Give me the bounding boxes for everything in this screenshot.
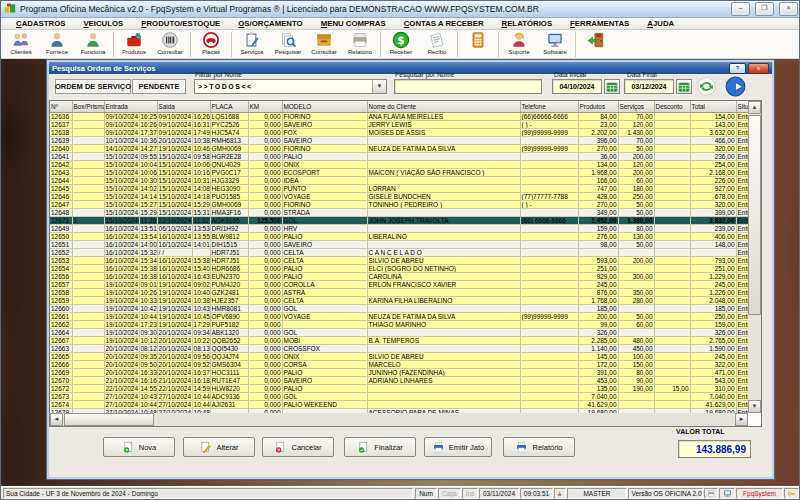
- table-row[interactable]: 1265416/10/202415:3816/10/202415:40HDR66…: [50, 264, 748, 272]
- finalizar-button[interactable]: Finalizar: [344, 437, 416, 457]
- horizontal-scrollbar[interactable]: ◄ ►: [50, 413, 748, 426]
- column-header-placa[interactable]: PLACA: [210, 101, 248, 112]
- menu-cadastros[interactable]: CADASTROS: [7, 19, 74, 28]
- table-row[interactable]: 1265316/10/202415:3416/10/202415:38HDR7J…: [50, 256, 748, 264]
- restore-button[interactable]: ❐: [755, 2, 774, 16]
- toolbar-clientes[interactable]: Clientes: [3, 31, 39, 58]
- table-row[interactable]: 1265216/10/202415:32/ /HDR7J510,000CELTA…: [50, 248, 748, 256]
- column-header-telefone[interactable]: Telefone: [520, 101, 578, 112]
- table-row[interactable]: 1263910/10/202410:3620/10/202410:38RMH68…: [50, 136, 748, 144]
- column-header-n[interactable]: Nº: [50, 101, 72, 112]
- date-end-calendar-button[interactable]: [676, 79, 692, 94]
- menu-relatorios[interactable]: RELATÓRIOS: [493, 19, 562, 28]
- cancelar-button[interactable]: Cancelar: [262, 437, 334, 457]
- table-row[interactable]: 1265016/10/202413:5416/10/202413:55BLW98…: [50, 232, 748, 240]
- table-row[interactable]: 1265919/10/202410:3319/10/202410:38HJE23…: [50, 296, 748, 304]
- emitir-jato-button[interactable]: Emitir Jato: [424, 437, 492, 457]
- column-header-servicos[interactable]: Serviços: [618, 101, 654, 112]
- close-button[interactable]: ×: [779, 2, 798, 16]
- column-header-total[interactable]: Total: [690, 101, 736, 112]
- table-row[interactable]: 1263809/10/202417:3709/10/202417:49HJC5A…: [50, 128, 748, 136]
- menu-produto-estoque[interactable]: PRODUTO/ESTOQUE: [132, 19, 229, 28]
- column-header-box-prisma[interactable]: Box/Prisma: [72, 101, 104, 112]
- table-row[interactable]: 1264815/10/202415:2915/10/202415:31HMA3F…: [50, 208, 748, 216]
- column-header-nome-do-cliente[interactable]: Nome do Cliente: [367, 101, 520, 112]
- child-close-button[interactable]: x: [748, 63, 769, 74]
- table-row[interactable]: 1266119/10/202410:4419/10/202410:45OPV68…: [50, 312, 748, 320]
- minimize-button[interactable]: –: [731, 2, 750, 16]
- date-start-calendar-button[interactable]: [604, 79, 620, 94]
- column-header-situacao-atual[interactable]: Situação Atual ->: [736, 101, 748, 112]
- menu-menu-compras[interactable]: MENU COMPRAS: [312, 19, 395, 28]
- table-row[interactable]: 1265116/10/202414:0016/10/202414:01DIH15…: [50, 240, 748, 248]
- table-row[interactable]: 1264515/10/202414:0215/10/202414:08HEG30…: [50, 184, 748, 192]
- toolbar-calculator-icon[interactable]: [460, 31, 496, 58]
- orders-grid[interactable]: NºBox/PrismaEntradaSaidaPLACAKMMODELONom…: [49, 100, 762, 427]
- toolbar-suporte[interactable]: Suporte: [501, 31, 537, 58]
- table-row[interactable]: 1264916/10/202413:5106/10/202413:53DRI1H…: [50, 224, 748, 232]
- toolbar-receber[interactable]: $Receber: [383, 31, 419, 58]
- scroll-down-icon[interactable]: ▼: [748, 400, 761, 413]
- toolbar-consultar[interactable]: Consultar: [306, 31, 342, 58]
- menu-ajuda[interactable]: AJUDA: [638, 19, 683, 28]
- table-row-selected[interactable]: 12671115/10/202411:2622/10/202411:32AGK9…: [50, 216, 748, 224]
- horizontal-scroll-thumb[interactable]: [64, 413, 154, 426]
- column-header-desconto[interactable]: Desconto: [654, 101, 690, 112]
- table-row[interactable]: 1266719/10/202410:1220/10/202410:22QQB26…: [50, 336, 748, 344]
- vertical-scroll-thumb[interactable]: [748, 115, 761, 315]
- filter-by-name-select[interactable]: >>TODOS<< ▼: [194, 79, 387, 94]
- vertical-scrollbar[interactable]: ▲ ▼: [748, 101, 761, 413]
- search-by-name-input[interactable]: [394, 79, 542, 94]
- table-row[interactable]: 1264014/10/202414:2719/10/202410:46GMH00…: [50, 144, 748, 152]
- refresh-button[interactable]: [696, 76, 716, 96]
- date-end-input[interactable]: [624, 79, 674, 94]
- table-row[interactable]: 1267021/10/202416:1621/10/202416:18RUT1E…: [50, 376, 748, 384]
- toolbar-relatorio[interactable]: Relatório: [342, 31, 378, 58]
- table-row[interactable]: 1265616/10/202416:3816/10/202416:43EUN23…: [50, 272, 748, 280]
- table-row[interactable]: 1267427/10/202410:4427/10/202410:44AJI26…: [50, 400, 748, 408]
- toolbar-consultar[interactable]: Consultar: [152, 31, 188, 58]
- scroll-left-icon[interactable]: ◄: [50, 413, 63, 426]
- toolbar-exit-icon[interactable]: [578, 31, 614, 58]
- toolbar-fornece[interactable]: Fornece: [39, 31, 75, 58]
- table-row[interactable]: 1264715/10/202415:2715/10/202415:29GMH00…: [50, 200, 748, 208]
- menu-os-orcamento[interactable]: OS/ORÇAMENTO: [229, 19, 311, 28]
- help-button[interactable]: ?: [729, 63, 746, 74]
- column-header-saida[interactable]: Saida: [157, 101, 210, 112]
- menu-veiculos[interactable]: VEICULOS: [74, 19, 132, 28]
- table-row[interactable]: 1264215/10/202410:0415/10/202410:06QNU40…: [50, 160, 748, 168]
- menu-contas-a-receber[interactable]: CONTAS A RECEBER: [395, 19, 493, 28]
- toolbar-pesquisar[interactable]: Pesquisar: [270, 31, 306, 58]
- toolbar-software[interactable]: Software: [537, 31, 573, 58]
- table-row[interactable]: 1266620/10/202409:5020/10/202409:52GMS63…: [50, 360, 748, 368]
- table-row[interactable]: 1266520/10/202409:3520/10/202409:56QQJ4J…: [50, 352, 748, 360]
- toolbar-placas[interactable]: Placas: [193, 31, 229, 58]
- table-row[interactable]: 1265819/10/202410:2619/10/202410:40GZK24…: [50, 288, 748, 296]
- column-header-produtos[interactable]: Produtos: [578, 101, 618, 112]
- scroll-right-icon[interactable]: ►: [735, 413, 748, 426]
- menu-ferramentas[interactable]: FERRAMENTAS: [561, 19, 638, 28]
- table-row[interactable]: 1266019/10/202410:4219/10/202410:43HMR80…: [50, 304, 748, 312]
- go-search-button[interactable]: [724, 75, 746, 97]
- toolbar-servicos[interactable]: Serviços: [234, 31, 270, 58]
- alterar-button[interactable]: Alterar: [183, 437, 255, 457]
- scroll-up-icon[interactable]: ▲: [748, 101, 761, 114]
- table-row[interactable]: 1263709/10/202416:2609/10/202416:31PYC25…: [50, 120, 748, 128]
- relatorio-button[interactable]: Relatório: [503, 437, 575, 457]
- table-row[interactable]: 1264615/10/202414:1415/10/202414:18PUO15…: [50, 192, 748, 200]
- toolbar-funciona[interactable]: Funciona: [75, 31, 111, 58]
- toolbar-produtos[interactable]: Produtos: [116, 31, 152, 58]
- column-header-entrada[interactable]: Entrada: [104, 101, 157, 112]
- toolbar-recibo[interactable]: Recibo: [419, 31, 455, 58]
- table-row[interactable]: 1266920/10/202416:3320/10/202416:37HOC31…: [50, 368, 748, 376]
- table-row[interactable]: 1264315/10/202410:0615/10/202410:16PVG0C…: [50, 168, 748, 176]
- table-row[interactable]: 1264415/10/202410:3015/10/202410:31HJG33…: [50, 176, 748, 184]
- table-row[interactable]: 1265719/10/202409:0119/10/202409:02PUM4J…: [50, 280, 748, 288]
- table-row[interactable]: 1267222/10/202414:5522/10/202414:59HLW82…: [50, 384, 748, 392]
- table-row[interactable]: 1266320/10/202408:1220/10/202408:13QQI54…: [50, 344, 748, 352]
- nova-button[interactable]: Nova: [103, 437, 175, 457]
- chevron-down-icon[interactable]: ▼: [372, 80, 386, 93]
- table-row[interactable]: 1266419/10/202409:3020/10/202409:34ABK13…: [50, 328, 748, 336]
- column-header-km[interactable]: KM: [248, 101, 282, 112]
- date-start-input[interactable]: [552, 79, 602, 94]
